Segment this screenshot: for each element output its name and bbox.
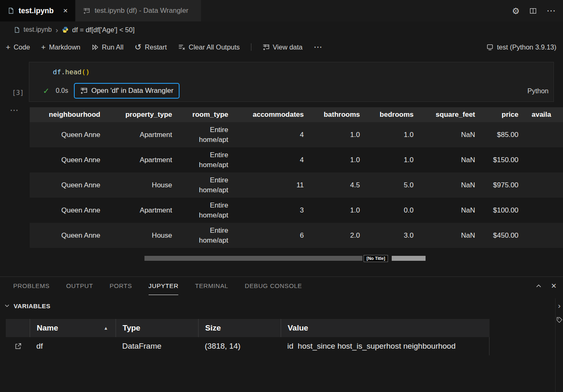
- dataframe-output-table: neighbourhood property_type room_type ac…: [30, 107, 563, 248]
- column-header: accommodates: [232, 107, 307, 122]
- table-cell: 4.5: [307, 172, 363, 198]
- scrollbar-tooltip: [No Title]: [364, 255, 388, 262]
- variables-column-name[interactable]: Name ▲: [30, 319, 116, 337]
- table-cell: [522, 122, 563, 147]
- cell-language-picker[interactable]: Python: [528, 87, 549, 95]
- table-cell: Queen Anne: [30, 147, 105, 172]
- run-all-label: Run All: [102, 43, 123, 51]
- add-markdown-cell-button[interactable]: + Markdown: [41, 43, 80, 51]
- table-cell: 0.0: [363, 198, 417, 223]
- toolbar-divider: [251, 43, 251, 51]
- execution-duration: 0.0s: [56, 87, 68, 94]
- variables-gutter-header: [6, 319, 30, 337]
- tab-output[interactable]: OUTPUT: [66, 277, 93, 295]
- table-cell: Entire home/apt: [175, 122, 232, 147]
- table-cell: 3: [232, 198, 307, 223]
- scrollbar-thumb[interactable]: [144, 256, 362, 261]
- clear-outputs-label: Clear All Outputs: [189, 43, 240, 51]
- table-header-row: neighbourhood property_type room_type ac…: [30, 107, 563, 122]
- column-header: square_feet: [417, 107, 478, 122]
- breadcrumb-cell-code[interactable]: df = df[df['Age'] < 50]: [72, 26, 135, 34]
- clear-all-outputs-button[interactable]: Clear All Outputs: [178, 43, 240, 51]
- tab-debug-console[interactable]: DEBUG CONSOLE: [245, 277, 302, 295]
- table-cell: Apartment: [105, 122, 175, 147]
- notebook-file-icon: [14, 27, 20, 33]
- table-cell: NaN: [417, 122, 478, 147]
- variable-type: DataFrame: [116, 337, 198, 355]
- variables-column-size[interactable]: Size: [198, 319, 281, 337]
- editor-actions: ⚙ ⋯: [512, 0, 563, 21]
- gear-icon[interactable]: ⚙: [512, 7, 520, 15]
- variables-section-header[interactable]: VARIABLES: [0, 298, 50, 313]
- table-cell: 1.0: [307, 198, 363, 223]
- panel-tab-bar: PROBLEMS OUTPUT PORTS JUPYTER TERMINAL D…: [0, 277, 563, 295]
- variable-size: (3818, 14): [198, 337, 281, 355]
- table-row: Queen Anne House Entire home/apt 6 2.0 3…: [30, 223, 563, 248]
- kernel-label: test (Python 3.9.13): [497, 43, 556, 51]
- code-cell[interactable]: df.head() ✓ 0.0s Open 'df' in Data Wrang…: [29, 62, 554, 102]
- table-cell: Queen Anne: [30, 223, 105, 248]
- code-token-parens: (): [82, 68, 90, 76]
- table-cell: 1.0: [363, 122, 417, 147]
- table-row: Queen Anne House Entire home/apt 11 4.5 …: [30, 172, 563, 198]
- variables-column-value[interactable]: Value: [281, 319, 490, 337]
- scrollbar-segment[interactable]: [392, 256, 426, 261]
- code-token-df: df: [53, 68, 61, 76]
- data-wrangler-icon: [83, 7, 90, 14]
- table-cell: $85.00: [478, 122, 522, 147]
- cell-code[interactable]: df.head(): [29, 62, 554, 76]
- restart-button[interactable]: ↺ Restart: [135, 43, 167, 51]
- split-editor-icon[interactable]: [530, 7, 537, 14]
- table-cell: House: [105, 172, 175, 198]
- kernel-picker[interactable]: test (Python 3.9.13): [486, 43, 563, 51]
- variable-row-df[interactable]: df DataFrame (3818, 14) id host_since ho…: [6, 337, 490, 355]
- column-header: price: [478, 107, 522, 122]
- close-panel-icon[interactable]: ×: [551, 281, 556, 290]
- table-cell: 3.0: [363, 223, 417, 248]
- chevron-right-icon: ›: [55, 26, 58, 34]
- close-icon[interactable]: ×: [63, 6, 68, 15]
- restart-icon: ↺: [135, 43, 142, 51]
- table-cell: 1.0: [363, 147, 417, 172]
- open-in-data-wrangler-button[interactable]: Open 'df' in Data Wrangler: [74, 83, 180, 99]
- variables-column-type[interactable]: Type: [116, 319, 198, 337]
- table-cell: NaN: [417, 147, 478, 172]
- view-data-button[interactable]: View data: [263, 43, 303, 51]
- tab-problems[interactable]: PROBLEMS: [13, 277, 50, 295]
- more-actions-icon[interactable]: ⋯: [546, 6, 556, 15]
- chevron-right-icon[interactable]: ›: [558, 302, 561, 309]
- add-code-cell-button[interactable]: + Code: [6, 43, 30, 51]
- variables-grid: Name ▲ Type Size Value df DataFrame (381…: [6, 319, 490, 355]
- variables-header-row: Name ▲ Type Size Value: [6, 319, 490, 337]
- tab-terminal[interactable]: TERMINAL: [195, 277, 228, 295]
- tag-icon[interactable]: [556, 317, 563, 323]
- table-cell: 6: [232, 223, 307, 248]
- table-cell: Entire home/apt: [175, 198, 232, 223]
- toolbar-more-icon[interactable]: ⋯: [314, 42, 322, 52]
- column-label: Name: [37, 324, 58, 333]
- breadcrumb-file[interactable]: test.ipynb: [24, 26, 52, 33]
- tab-label: test.ipynb: [19, 7, 54, 15]
- tab-test-ipynb[interactable]: test.ipynb ×: [0, 0, 75, 21]
- notebook-file-icon: [7, 7, 14, 14]
- horizontal-scrollbar[interactable]: [No Title]: [144, 255, 424, 262]
- tab-data-wrangler[interactable]: test.ipynb (df) - Data Wrangler: [76, 0, 201, 21]
- execution-count: [3]: [12, 89, 24, 97]
- table-cell: 1.0: [307, 147, 363, 172]
- plus-icon: +: [6, 43, 10, 51]
- tab-jupyter[interactable]: JUPYTER: [149, 277, 179, 295]
- chevron-up-icon[interactable]: [535, 283, 542, 289]
- table-cell: Queen Anne: [30, 122, 105, 147]
- cell-more-actions-icon[interactable]: ⋯: [10, 105, 19, 115]
- table-cell: Entire home/apt: [175, 147, 232, 172]
- open-variable-icon[interactable]: [6, 337, 30, 355]
- table-cell: Entire home/apt: [175, 172, 232, 198]
- variable-name: df: [30, 337, 116, 355]
- code-token-head: head: [65, 68, 82, 76]
- tab-ports[interactable]: PORTS: [109, 277, 132, 295]
- table-cell: 4: [232, 147, 307, 172]
- run-all-button[interactable]: Run All: [92, 43, 123, 51]
- table-cell: 1.0: [307, 122, 363, 147]
- table-row: Queen Anne Apartment Entire home/apt 4 1…: [30, 122, 563, 147]
- table-cell: [522, 223, 563, 248]
